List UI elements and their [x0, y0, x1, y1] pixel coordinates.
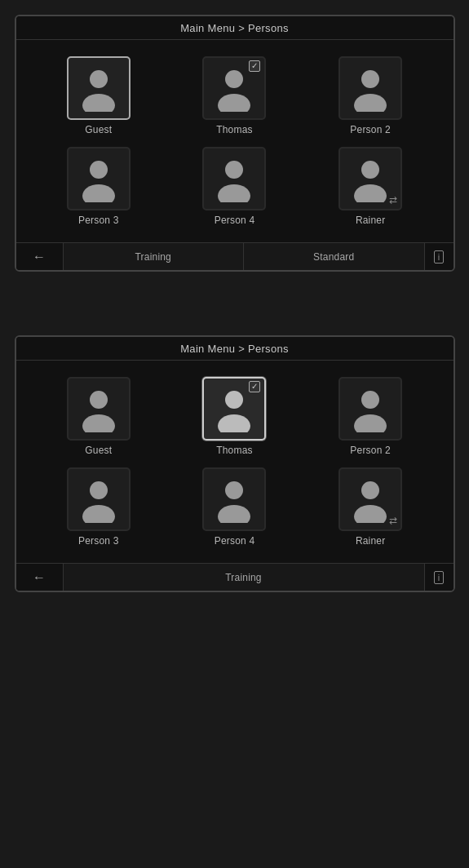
person-name-guest-2: Guest	[85, 445, 112, 456]
svg-point-15	[218, 414, 250, 432]
avatar-wrap-person2-1	[338, 56, 402, 120]
avatar-wrap-person3-1	[67, 147, 131, 210]
svg-point-10	[361, 161, 379, 179]
avatar-wrap-person3-2	[67, 467, 131, 531]
back-button-2[interactable]: ←	[16, 564, 64, 591]
checkbox-thomas-2	[249, 381, 260, 392]
person-cell-person3-2[interactable]: Person 3	[31, 461, 167, 551]
avatar-icon-person2-1	[349, 64, 392, 112]
avatar-icon-person3-1	[77, 155, 120, 202]
person-cell-rainer-2[interactable]: ⇄ Rainer	[303, 461, 439, 551]
svg-point-8	[225, 161, 243, 179]
avatar-wrap-thomas-1	[202, 56, 266, 120]
bottom-bar-2: ← Training i	[16, 563, 454, 591]
person-cell-person4-1[interactable]: Person 4	[166, 140, 303, 231]
svg-point-22	[361, 481, 379, 499]
person-name-rainer-1: Rainer	[356, 215, 386, 226]
svg-point-13	[82, 414, 115, 432]
svg-point-7	[82, 184, 115, 202]
person-cell-guest-1[interactable]: Guest	[31, 50, 167, 140]
person-name-person3-1: Person 3	[78, 215, 119, 226]
avatar-wrap-person4-1	[202, 147, 266, 210]
svg-point-16	[361, 391, 379, 409]
person-name-person3-2: Person 3	[78, 535, 119, 547]
tab-training-1[interactable]: Training	[64, 243, 245, 270]
avatar-icon-person4-1	[213, 155, 255, 202]
info-icon-2: i	[434, 571, 444, 584]
person-cell-thomas-2[interactable]: Thomas	[166, 370, 303, 461]
person-name-person4-1: Person 4	[215, 215, 255, 226]
avatar-wrap-rainer-2: ⇄	[338, 467, 402, 531]
svg-point-17	[354, 414, 387, 432]
avatar-icon-person2-2	[349, 385, 392, 432]
bottom-bar-1: ← Training Standard i	[16, 242, 454, 270]
person-cell-person2-2[interactable]: Person 2	[303, 370, 439, 461]
svg-point-12	[90, 391, 108, 409]
avatar-wrap-guest-2	[67, 377, 131, 441]
svg-point-1	[82, 94, 115, 112]
svg-point-11	[354, 184, 387, 202]
avatar-icon-guest-2	[77, 385, 120, 432]
person-name-guest-1: Guest	[85, 124, 112, 135]
info-button-2[interactable]: i	[424, 564, 454, 591]
avatar-wrap-guest-1	[67, 56, 131, 120]
person-cell-person3-1[interactable]: Person 3	[31, 140, 167, 231]
screen-1-title: Main Menu > Persons	[16, 16, 454, 40]
person-name-thomas-1: Thomas	[216, 124, 253, 135]
avatar-wrap-person4-2	[202, 467, 266, 531]
avatar-icon-rainer-1	[349, 155, 392, 202]
avatar-wrap-thomas-2	[202, 377, 266, 441]
avatar-wrap-rainer-1: ⇄	[338, 147, 402, 210]
checkbox-thomas-1	[249, 60, 260, 72]
person-name-thomas-2: Thomas	[216, 445, 253, 456]
tab-standard-1[interactable]: Standard	[244, 243, 424, 270]
svg-point-0	[90, 70, 108, 88]
persons-grid-1: Guest Thomas Person 2	[16, 40, 454, 242]
screen-1: Main Menu > Persons Guest Thomas	[15, 15, 455, 272]
person-cell-rainer-1[interactable]: ⇄ Rainer	[303, 140, 439, 231]
info-icon-1: i	[434, 250, 444, 264]
info-button-1[interactable]: i	[424, 243, 454, 270]
svg-point-3	[218, 94, 250, 112]
svg-point-6	[90, 161, 108, 179]
svg-point-14	[225, 391, 243, 409]
person-cell-person2-1[interactable]: Person 2	[303, 50, 439, 140]
svg-point-5	[354, 94, 387, 112]
tabs-area-2: Training	[64, 564, 424, 591]
person-name-person2-1: Person 2	[350, 124, 391, 135]
svg-point-23	[354, 505, 387, 523]
share-icon-rainer-1: ⇄	[389, 194, 397, 206]
svg-point-19	[82, 505, 115, 523]
avatar-icon-rainer-2	[349, 476, 392, 523]
svg-point-21	[218, 505, 250, 523]
screen-2: Main Menu > Persons Guest Thomas	[15, 335, 455, 592]
svg-point-2	[225, 70, 243, 88]
share-icon-rainer-2: ⇄	[389, 515, 397, 526]
person-name-person2-2: Person 2	[350, 445, 391, 456]
screen-2-title: Main Menu > Persons	[16, 337, 454, 361]
tabs-area-1: Training Standard	[64, 243, 424, 270]
avatar-icon-guest-1	[77, 64, 120, 112]
person-cell-guest-2[interactable]: Guest	[31, 370, 167, 461]
person-name-person4-2: Person 4	[215, 535, 255, 547]
avatar-icon-person3-2	[77, 476, 120, 523]
person-cell-thomas-1[interactable]: Thomas	[166, 50, 303, 140]
avatar-icon-person4-2	[213, 476, 255, 523]
svg-point-18	[90, 481, 108, 499]
person-cell-person4-2[interactable]: Person 4	[166, 461, 303, 551]
svg-point-9	[218, 184, 250, 202]
avatar-wrap-person2-2	[338, 377, 402, 441]
back-button-1[interactable]: ←	[16, 243, 64, 270]
persons-grid-2: Guest Thomas Person 2	[16, 361, 454, 563]
person-name-rainer-2: Rainer	[356, 535, 386, 547]
svg-point-20	[225, 481, 243, 499]
tab-training-2[interactable]: Training	[64, 564, 424, 591]
svg-point-4	[361, 70, 379, 88]
